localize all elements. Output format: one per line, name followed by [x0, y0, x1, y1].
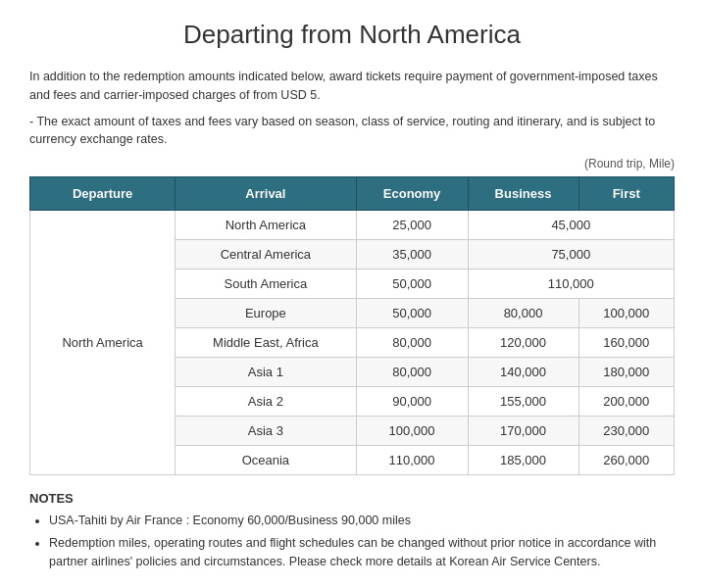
- arrival-cell: North America: [176, 211, 356, 240]
- first-cell: 200,000: [578, 387, 675, 416]
- first-cell: 100,000: [578, 299, 675, 328]
- business-first-merged-cell: 110,000: [468, 270, 674, 299]
- intro-paragraph-2: - The exact amount of taxes and fees var…: [29, 113, 675, 150]
- economy-cell: 90,000: [356, 387, 468, 416]
- arrival-cell: South America: [176, 270, 356, 299]
- business-cell: 140,000: [468, 358, 578, 387]
- col-header-departure: Departure: [30, 177, 176, 211]
- economy-cell: 80,000: [356, 328, 468, 358]
- economy-cell: 80,000: [356, 358, 468, 387]
- business-first-merged-cell: 75,000: [468, 240, 674, 270]
- business-first-merged-cell: 45,000: [468, 211, 674, 240]
- first-cell: 230,000: [578, 416, 675, 446]
- arrival-cell: Europe: [176, 299, 356, 328]
- notes-list: USA-Tahiti by Air France : Economy 60,00…: [29, 512, 675, 570]
- first-cell: 160,000: [578, 328, 675, 358]
- col-header-business: Business: [468, 177, 578, 211]
- first-cell: 260,000: [578, 446, 675, 475]
- economy-cell: 100,000: [356, 416, 468, 446]
- arrival-cell: Asia 3: [176, 416, 356, 446]
- departure-cell: North America: [30, 211, 176, 475]
- round-trip-label: (Round trip, Mile): [29, 157, 675, 171]
- arrival-cell: Asia 2: [176, 387, 356, 416]
- arrival-cell: Oceania: [176, 446, 356, 475]
- business-cell: 155,000: [468, 387, 578, 416]
- business-cell: 170,000: [468, 416, 578, 446]
- economy-cell: 50,000: [356, 270, 468, 299]
- notes-section: NOTES USA-Tahiti by Air France : Economy…: [29, 491, 675, 570]
- business-cell: 80,000: [468, 299, 578, 328]
- business-cell: 185,000: [468, 446, 578, 475]
- arrival-cell: Asia 1: [176, 358, 356, 387]
- economy-cell: 50,000: [356, 299, 468, 328]
- notes-list-item: Redemption miles, operating routes and f…: [49, 534, 675, 571]
- business-cell: 120,000: [468, 328, 578, 358]
- intro-paragraph-1: In addition to the redemption amounts in…: [29, 68, 675, 105]
- economy-cell: 25,000: [356, 211, 468, 240]
- arrival-cell: Central America: [176, 240, 356, 270]
- award-table: Departure Arrival Economy Business First…: [29, 176, 675, 475]
- first-cell: 180,000: [578, 358, 675, 387]
- notes-list-item: USA-Tahiti by Air France : Economy 60,00…: [49, 512, 675, 530]
- col-header-economy: Economy: [356, 177, 468, 211]
- col-header-first: First: [578, 177, 675, 211]
- notes-title: NOTES: [29, 491, 675, 506]
- economy-cell: 110,000: [356, 446, 468, 475]
- page-title: Departing from North America: [29, 20, 675, 50]
- arrival-cell: Middle East, Africa: [176, 328, 356, 358]
- economy-cell: 35,000: [356, 240, 468, 270]
- col-header-arrival: Arrival: [176, 177, 356, 211]
